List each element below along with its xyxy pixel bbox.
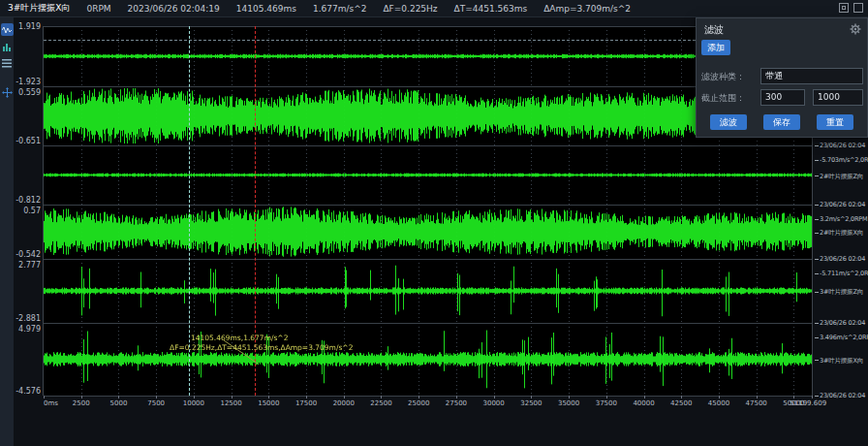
x-axis-tick-mark bbox=[569, 396, 570, 398]
x-axis-tick-mark bbox=[456, 396, 457, 398]
filter-type-label: 滤波种类： bbox=[701, 71, 745, 83]
strip-separator-line bbox=[44, 259, 812, 260]
x-axis-tick-mark bbox=[156, 396, 157, 398]
y-axis-min-label: -2.881 bbox=[14, 314, 41, 323]
filter-dialog: 滤波 添加 滤波种类： 带通 截止范围： 300 1000 滤波 保存 重置 bbox=[696, 17, 868, 138]
x-axis-tick-mark bbox=[812, 396, 813, 398]
x-axis-tick-label: 45000 bbox=[708, 399, 729, 407]
cutoff-low-input[interactable]: 300 bbox=[760, 89, 805, 106]
x-axis-tick-mark bbox=[118, 396, 119, 398]
filter-dialog-title: 滤波 bbox=[704, 23, 724, 37]
x-axis-tick-mark bbox=[194, 396, 195, 398]
x-axis-tick-label: 25000 bbox=[408, 399, 429, 407]
channel-name-label: 2#叶片摆振Z向 bbox=[815, 173, 863, 181]
x-axis-tick-label: 27500 bbox=[446, 399, 467, 407]
cursor-annotation-line1: 14105.469ms,1.677m/s^2 bbox=[191, 334, 288, 342]
x-axis-tick-mark bbox=[418, 396, 419, 398]
x-axis-tick-mark bbox=[757, 396, 758, 398]
x-axis-tick-mark bbox=[381, 396, 382, 398]
x-axis-tick-mark bbox=[81, 396, 82, 398]
strip-separator-line bbox=[44, 205, 812, 206]
channel-amplitude-label: -5.703m/s^2,0RPM bbox=[815, 156, 868, 164]
plot-end-timestamp-label: 23/06/26 02:04 bbox=[815, 392, 865, 399]
channel-timestamp-label: 23/06/26 02:04 bbox=[815, 319, 865, 327]
waveform-ch4[interactable] bbox=[44, 205, 812, 259]
cursor-annotation-line2: ΔF=0.225Hz,ΔT=4451.563ms,ΔAmp=3.709m/s^2 bbox=[170, 343, 353, 352]
channel-timestamp-label: 23/06/26 02:04 bbox=[815, 255, 865, 263]
x-axis-tick-mark bbox=[719, 396, 720, 398]
x-axis-tick-label: 40000 bbox=[633, 399, 654, 407]
x-axis-tick-label: 17500 bbox=[295, 399, 317, 407]
y-axis-max-label: 2.777 bbox=[14, 261, 41, 270]
x-axis-tick-label: 0ms bbox=[44, 399, 58, 407]
x-axis-tick-label: 37500 bbox=[596, 399, 617, 407]
app-window: 3#叶片摆振X向 0RPM 2023/06/26 02:04:19 14105.… bbox=[0, 0, 868, 446]
x-axis-tick-mark bbox=[606, 396, 607, 398]
channel-name-label: 2#叶片摆振X向 bbox=[815, 229, 863, 238]
y-axis-max-label: 4.979 bbox=[14, 325, 41, 334]
x-axis-tick-label: 2500 bbox=[73, 399, 90, 407]
waveform-ch5[interactable] bbox=[44, 259, 812, 323]
x-axis-tick-label: 47500 bbox=[746, 399, 767, 407]
x-axis-tick-mark bbox=[344, 396, 345, 398]
channel-name-label: 3#叶片摆振Z向 bbox=[815, 288, 863, 297]
y-axis-max-label: 1.919 bbox=[14, 22, 41, 31]
x-axis-tick-mark bbox=[793, 396, 794, 398]
channel-timestamp-label: 23/06/26 02:04 bbox=[815, 142, 865, 149]
gear-icon[interactable] bbox=[850, 23, 861, 35]
reset-button[interactable]: 重置 bbox=[817, 114, 853, 130]
y-axis-min-label: -4.576 bbox=[14, 387, 41, 396]
save-button[interactable]: 保存 bbox=[763, 114, 800, 130]
channel-amplitude-label: -5.711m/s^2,0RPM bbox=[815, 270, 868, 277]
strip-separator-line bbox=[44, 145, 812, 146]
x-axis-tick-label: 30000 bbox=[483, 399, 505, 407]
channel-timestamp-label: 23/06/26 02:04 bbox=[815, 201, 865, 208]
x-axis-tick-mark bbox=[268, 396, 269, 398]
x-axis-tick-mark bbox=[232, 396, 232, 398]
cutoff-high-input[interactable]: 1000 bbox=[813, 89, 863, 106]
x-axis-tick-label: 10000 bbox=[183, 399, 204, 407]
plot-left-border bbox=[43, 26, 44, 396]
x-axis-tick-label: 12500 bbox=[220, 399, 241, 407]
x-axis-tick-mark bbox=[681, 396, 682, 398]
waveform-ch3[interactable] bbox=[44, 145, 812, 205]
cursor-secondary[interactable] bbox=[189, 26, 190, 396]
x-axis-tick-mark bbox=[531, 396, 532, 398]
y-axis-min-label: -0.651 bbox=[14, 137, 41, 145]
waveform-ch6[interactable] bbox=[44, 323, 812, 396]
x-axis-tick-label: 51199.609 bbox=[790, 399, 826, 407]
x-axis-tick-label: 15000 bbox=[258, 399, 279, 407]
x-axis-tick-label: 20000 bbox=[333, 399, 355, 407]
x-axis-tick-label: 35000 bbox=[558, 399, 579, 407]
filter-type-select[interactable]: 带通 bbox=[760, 68, 863, 84]
y-axis-min-label: -0.812 bbox=[14, 196, 41, 205]
cutoff-range-label: 截止范围： bbox=[701, 92, 745, 105]
add-filter-button[interactable]: 添加 bbox=[701, 40, 730, 55]
x-axis-tick-label: 7500 bbox=[147, 399, 165, 407]
strip-separator-line bbox=[44, 396, 812, 397]
x-axis-tick-mark bbox=[44, 396, 45, 398]
channel-amplitude-label: 3.496m/s^2,0RPM bbox=[815, 334, 868, 341]
x-axis-tick-label: 42500 bbox=[670, 399, 692, 407]
channel-amplitude-label: 3.2m/s^2,0RPM bbox=[815, 215, 867, 223]
strip-separator-line bbox=[44, 323, 812, 324]
y-axis-max-label: 0.57 bbox=[14, 207, 41, 215]
y-axis-max-label: 0.559 bbox=[14, 88, 41, 97]
x-axis-tick-mark bbox=[494, 396, 495, 398]
x-axis-tick-label: 5000 bbox=[110, 399, 128, 407]
x-axis-tick-mark bbox=[306, 396, 307, 398]
apply-filter-button[interactable]: 滤波 bbox=[710, 114, 747, 130]
x-axis-tick-label: 32500 bbox=[520, 399, 542, 407]
y-axis-min-label: -0.542 bbox=[14, 250, 41, 259]
x-axis-tick-label: 22500 bbox=[370, 399, 391, 407]
y-axis-min-label: -1.923 bbox=[14, 78, 41, 86]
channel-name-label: 3#叶片摆振X向 bbox=[815, 357, 863, 366]
x-axis-tick-mark bbox=[644, 396, 645, 398]
